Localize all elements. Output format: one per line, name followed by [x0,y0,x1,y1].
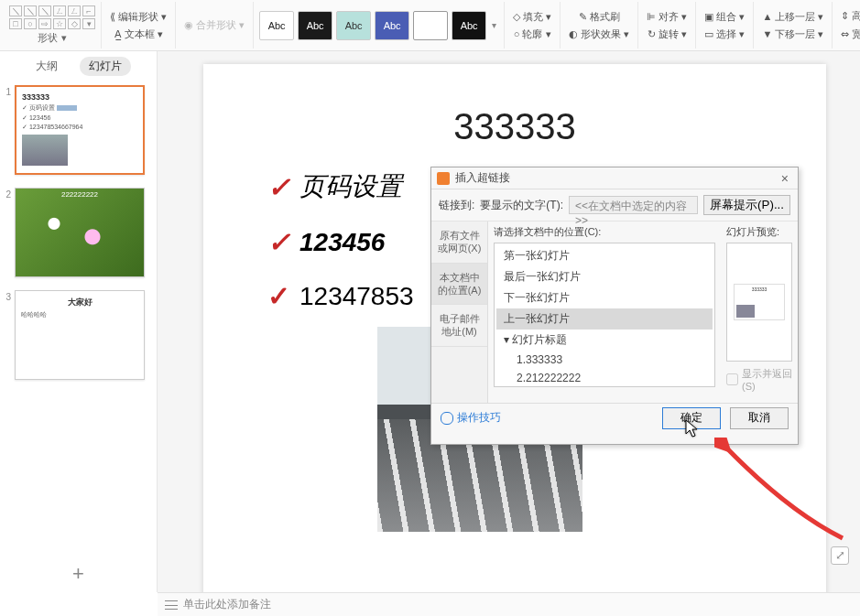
link-type-tabs: 原有文件 或网页(X) 本文档中 的位置(A) 电子邮件 地址(M) [431,222,488,403]
show-return-checkbox: 显示并返回(S) [726,367,792,392]
merge-shape-dropdown: ◉合并形状 ▾ [181,17,247,33]
tree-next-slide[interactable]: 下一张幻灯片 [496,287,713,308]
tree-prev-slide[interactable]: 上一张幻灯片 [496,308,713,330]
style-more-icon[interactable]: ▾ [490,20,498,30]
format-painter-button[interactable]: ✎格式刷 [576,9,623,25]
insert-hyperlink-dialog: 插入超链接 × 链接到: 要显示的文字(T): <<在文档中选定的内容>> 屏幕… [430,167,799,445]
tree-titles-group[interactable]: ▾ 幻灯片标题 [496,330,713,351]
add-slide-button[interactable]: + [0,556,157,592]
preview-label: 幻灯片预览: [726,225,792,239]
notes-icon [165,600,178,610]
tree-title-1[interactable]: 1.333333 [496,351,713,369]
slide-panel: 大纲 幻灯片 1 333333 ✓ 页码设置 ✓ 123456 ✓ 123478… [0,51,158,592]
bring-forward-dropdown[interactable]: ▲上移一层 ▾ [759,9,826,25]
shape-gallery[interactable]: ＼＼＼ㄥㄥ⌐ □○⇨☆◇▾ [9,5,95,29]
display-text-label: 要显示的文字(T): [480,198,563,213]
dialog-center: 请选择文档中的位置(C): 第一张幻灯片 最后一张幻灯片 下一张幻灯片 上一张幻… [488,222,721,403]
format-effect-group: ✎格式刷 ◐形状效果 ▾ [561,2,638,49]
slide-preview: 333333 [726,243,792,362]
send-backward-dropdown[interactable]: ▼下移一层 ▾ [759,27,826,42]
thumbnail-list[interactable]: 1 333333 ✓ 页码设置 ✓ 123456 ✓ 1234785346679… [0,81,157,556]
thumb-title: 大家好 [21,297,138,308]
check-icon: ✓ [267,226,290,258]
select-dropdown[interactable]: ▭选择 ▾ [702,27,747,42]
tab-slides[interactable]: 幻灯片 [80,57,131,76]
link-to-label: 链接到: [439,198,474,213]
textbox-dropdown[interactable]: A̲文本框 ▾ [112,27,166,42]
thumb-title: 333333 [22,92,137,102]
edit-textbox-group: ⟪编辑形状 ▾ A̲文本框 ▾ [102,2,176,49]
style-gallery-group: Abc Abc Abc Abc Abc ▾ [254,2,505,49]
thumb-number: 1 [4,85,11,175]
display-text-field: <<在文档中选定的内容>> [569,196,698,214]
fit-to-window-button[interactable]: ⤢ [831,546,849,565]
height-field[interactable]: ⇕高度:- 1 [838,8,860,25]
thumbnail-3[interactable]: 3 大家好 哈哈哈哈 [4,290,147,380]
thumb-number: 2 [4,188,11,277]
group-dropdown[interactable]: ▣组合 ▾ [702,9,747,25]
group-select-group: ▣组合 ▾ ▭选择 ▾ [696,2,754,49]
dialog-footer: 操作技巧 确定 取消 [431,403,798,432]
notes-bar[interactable]: 单击此处添加备注 [158,592,860,616]
check-icon: ✓ [267,171,290,203]
thumb-title: 222222222 [16,190,144,199]
cancel-button[interactable]: 取消 [730,407,789,429]
thumb-image [16,189,144,276]
tab-existing-file[interactable]: 原有文件 或网页(X) [431,222,487,264]
align-rotate-group: ⊫对齐 ▾ ↻旋转 ▾ [638,2,696,49]
thumbnail-2[interactable]: 2 222222222 [4,188,147,277]
layer-group: ▲上移一层 ▾ ▼下移一层 ▾ [754,2,833,49]
ribbon-toolbar: ＼＼＼ㄥㄥ⌐ □○⇨☆◇▾ 形状 ▾ ⟪编辑形状 ▾ A̲文本框 ▾ ◉合并形状… [0,0,860,51]
operation-tips-link[interactable]: 操作技巧 [441,410,501,426]
slide-title[interactable]: 333333 [203,106,826,147]
width-field[interactable]: ⇔宽度:- 6 [838,27,860,43]
dialog-right: 幻灯片预览: 333333 显示并返回(S) [721,222,798,403]
style-preset-1[interactable]: Abc [259,11,294,40]
tab-email[interactable]: 电子邮件 地址(M) [431,305,487,347]
show-return-input [726,373,738,385]
style-preset-5[interactable] [413,11,448,40]
thumbnail-1[interactable]: 1 333333 ✓ 页码设置 ✓ 123456 ✓ 1234785346679… [4,85,147,175]
rotate-dropdown[interactable]: ↻旋转 ▾ [645,27,690,42]
app-icon [437,172,450,185]
outline-dropdown[interactable]: ○轮廓 ▾ [511,27,554,42]
screen-tip-button[interactable]: 屏幕提示(P)... [703,195,790,215]
fill-outline-group: ◇填充 ▾ ○轮廓 ▾ [505,2,561,49]
check-icon: ✓ [267,280,290,312]
style-preset-6[interactable]: Abc [452,11,486,40]
style-preset-2[interactable]: Abc [298,11,332,40]
size-group: ⇕高度:- 1 ⇔宽度:- 6 [833,2,860,49]
dialog-body: 原有文件 或网页(X) 本文档中 的位置(A) 电子邮件 地址(M) 请选择文档… [431,222,798,403]
slide-position-tree[interactable]: 第一张幻灯片 最后一张幻灯片 下一张幻灯片 上一张幻灯片 ▾ 幻灯片标题 1.3… [494,243,715,387]
style-preset-3[interactable]: Abc [336,11,371,40]
dialog-close-button[interactable]: × [778,171,792,186]
tree-last-slide[interactable]: 最后一张幻灯片 [496,266,713,287]
dialog-titlebar[interactable]: 插入超链接 × [431,168,798,189]
tree-first-slide[interactable]: 第一张幻灯片 [496,245,713,266]
dialog-link-row: 链接到: 要显示的文字(T): <<在文档中选定的内容>> 屏幕提示(P)... [431,189,798,222]
tree-title-2[interactable]: 2.212222222 [496,369,713,387]
tab-outline[interactable]: 大纲 [27,57,67,76]
fill-dropdown[interactable]: ◇填充 ▾ [510,9,554,25]
side-tabs: 大纲 幻灯片 [0,51,157,81]
thumb-image [22,135,68,166]
notes-placeholder: 单击此处添加备注 [183,597,271,612]
select-position-label: 请选择文档中的位置(C): [494,225,715,239]
style-preset-4[interactable]: Abc [375,11,409,40]
ok-button[interactable]: 确定 [662,407,721,429]
shape-gallery-group: ＼＼＼ㄥㄥ⌐ □○⇨☆◇▾ 形状 ▾ [4,2,102,49]
tab-this-document[interactable]: 本文档中 的位置(A) [431,264,487,306]
align-dropdown[interactable]: ⊫对齐 ▾ [644,9,690,25]
dialog-title: 插入超链接 [455,170,510,186]
shape-effect-dropdown[interactable]: ◐形状效果 ▾ [566,27,632,42]
preview-thumbnail: 333333 [734,284,785,320]
thumb-number: 3 [4,290,11,380]
shape-dropdown[interactable]: 形状 ▾ [38,31,66,45]
merge-group: ◉合并形状 ▾ [176,2,254,49]
edit-shape-dropdown[interactable]: ⟪编辑形状 ▾ [107,9,169,25]
